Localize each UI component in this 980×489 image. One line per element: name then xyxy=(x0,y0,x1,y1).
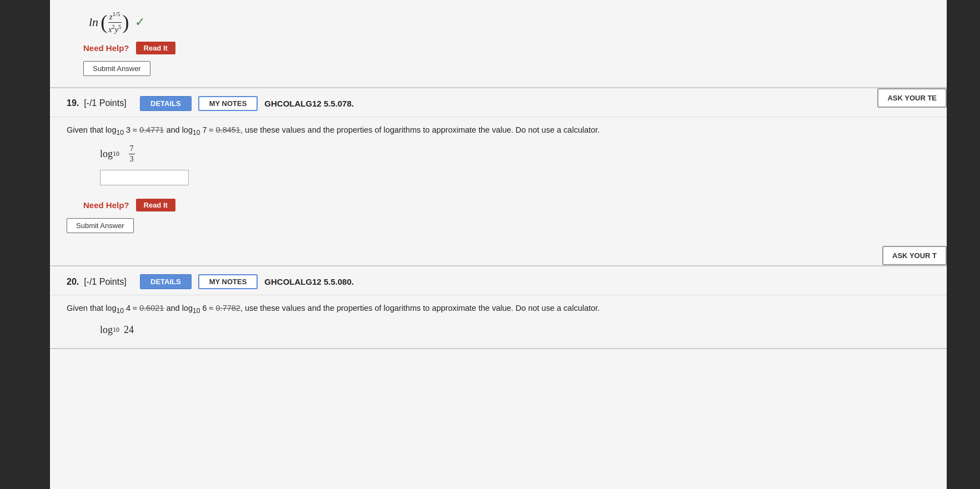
log-den-19: 3 xyxy=(129,154,135,164)
problem-20-number: 20. [-/1 Points] xyxy=(67,277,133,287)
ask-teacher-button-19-bottom[interactable]: ASK YOUR T xyxy=(882,246,947,265)
my-notes-button-19[interactable]: MY NOTES xyxy=(198,96,258,111)
submit-answer-button-18[interactable]: Submit Answer xyxy=(83,61,150,76)
log-keyword: log xyxy=(100,146,113,162)
problem-20-header: 20. [-/1 Points] DETAILS MY NOTES GHCOLA… xyxy=(50,266,947,295)
problem-20-section: 20. [-/1 Points] DETAILS MY NOTES GHCOLA… xyxy=(50,266,947,349)
right-sidebar xyxy=(947,0,980,489)
log-fraction-19: 7 3 xyxy=(129,144,135,164)
left-sidebar xyxy=(0,0,50,489)
read-it-button-18[interactable]: Read It xyxy=(136,42,175,54)
denominator: x2y5 xyxy=(107,23,122,35)
need-help-label-18: Need Help? xyxy=(83,43,129,53)
details-button-20[interactable]: DETAILS xyxy=(140,274,192,289)
answer-input-19[interactable] xyxy=(100,170,189,185)
bottom-ask-row-19: ASK YOUR T xyxy=(50,243,947,265)
log-base-19: 10 xyxy=(113,149,119,159)
read-it-button-19[interactable]: Read It xyxy=(136,199,175,211)
problem-19-number: 19. [-/1 Points] xyxy=(67,98,133,108)
need-help-row-19: Need Help? Read It xyxy=(67,199,947,211)
exp-5: 5 xyxy=(118,23,122,30)
numerator: z1/5 xyxy=(108,10,122,23)
need-help-label-19: Need Help? xyxy=(83,200,129,210)
log-base-20-2: 10 xyxy=(193,307,200,315)
math-expression-18: ln ( z1/5 x2y5 ) ✓ xyxy=(89,10,930,35)
log-base-val-20: 10 xyxy=(113,325,119,335)
open-paren: ( xyxy=(100,12,107,32)
log-spacer xyxy=(123,146,125,162)
checkmark-icon: ✓ xyxy=(135,15,145,29)
close-paren: ) xyxy=(123,12,129,32)
fraction: z1/5 x2y5 xyxy=(107,10,122,35)
problem-19-description: Given that log10 3 ≈ 0.4771 and log10 7 … xyxy=(67,124,930,138)
log-keyword-20: log xyxy=(100,322,113,338)
log-base-20-1: 10 xyxy=(116,307,123,315)
log-base-2: 10 xyxy=(193,129,200,137)
submit-row-19: Submit Answer xyxy=(67,218,947,233)
val-20-1: 0.6021 xyxy=(139,304,164,312)
submit-row-18: Submit Answer xyxy=(83,61,930,76)
log-val-20: 24 xyxy=(124,322,134,338)
val-20-2: 0.7782 xyxy=(216,304,240,312)
ask-teacher-button-19[interactable]: ASK YOUR TE xyxy=(877,88,947,108)
problem-19-section: ASK YOUR TE 19. [-/1 Points] DETAILS MY … xyxy=(50,88,947,267)
problem-18-bottom-section: ln ( z1/5 x2y5 ) ✓ Need Help? xyxy=(50,0,947,88)
details-button-19[interactable]: DETAILS xyxy=(140,96,192,111)
log-base-1: 10 xyxy=(116,129,123,137)
log-expression-20: log 10 24 xyxy=(100,322,930,338)
problem-19-body: Given that log10 3 ≈ 0.4771 and log10 7 … xyxy=(50,117,947,193)
need-help-row-18: Need Help? Read It xyxy=(83,42,930,54)
problem-20-code: GHCOLALG12 5.5.080. xyxy=(264,277,354,286)
log-num-19: 7 xyxy=(129,144,135,154)
exponent-1-5: 1/5 xyxy=(113,11,120,17)
problem-20-description: Given that log10 4 ≈ 0.6021 and log10 6 … xyxy=(67,302,930,316)
submit-answer-button-19[interactable]: Submit Answer xyxy=(67,218,134,233)
val-2: 0.8451 xyxy=(216,125,240,134)
my-notes-button-20[interactable]: MY NOTES xyxy=(198,274,258,289)
problem-19-header: 19. [-/1 Points] DETAILS MY NOTES GHCOLA… xyxy=(50,88,947,117)
val-1: 0.4771 xyxy=(139,125,164,134)
problem-19-code: GHCOLALG12 5.5.078. xyxy=(264,99,354,108)
ln-symbol: ln xyxy=(89,15,98,29)
problem-20-body: Given that log10 4 ≈ 0.6021 and log10 6 … xyxy=(50,295,947,348)
log-expression-19: log 10 7 3 xyxy=(100,144,930,164)
main-content: ln ( z1/5 x2y5 ) ✓ Need Help? xyxy=(50,0,947,489)
